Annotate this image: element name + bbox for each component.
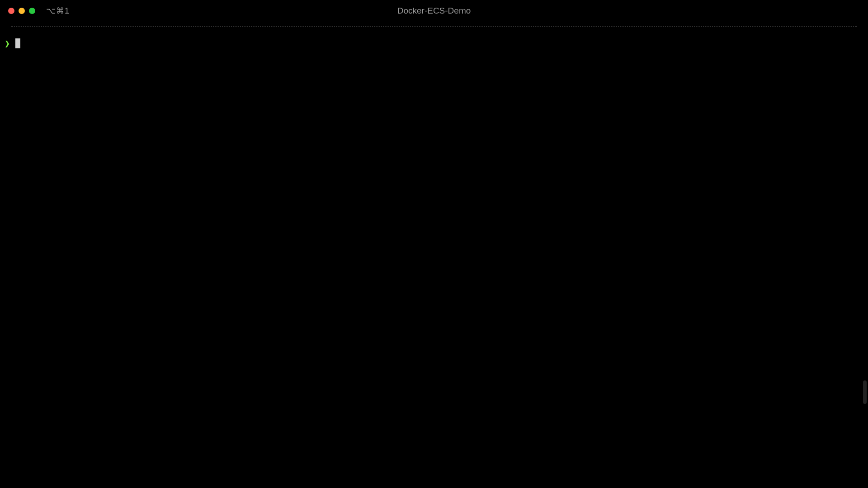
- scrollbar-thumb[interactable]: [863, 380, 867, 404]
- titlebar: ⌥⌘1 Docker-ECS-Demo: [0, 0, 868, 22]
- prompt-line: ❯: [5, 35, 863, 49]
- prompt-symbol-icon: ❯: [5, 38, 10, 49]
- terminal-area[interactable]: ❯: [5, 35, 863, 488]
- divider-line: [11, 26, 857, 27]
- pane-shortcut-badge: ⌥⌘1: [46, 6, 70, 16]
- minimize-icon[interactable]: [19, 8, 25, 14]
- traffic-lights: [8, 8, 35, 14]
- window-title: Docker-ECS-Demo: [397, 6, 471, 16]
- maximize-icon[interactable]: [29, 8, 35, 14]
- cursor-block-icon: [15, 38, 20, 48]
- close-icon[interactable]: [8, 8, 14, 14]
